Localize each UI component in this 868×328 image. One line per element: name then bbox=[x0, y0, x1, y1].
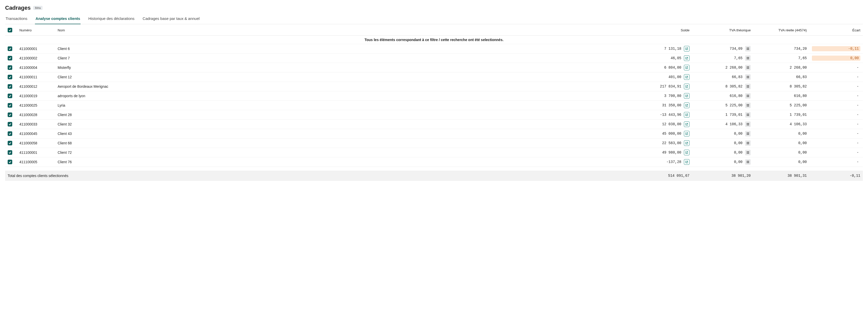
table-row[interactable]: 411000019aéroports de lyon3 700,80616,80… bbox=[5, 91, 863, 101]
cell-numero: 411000028 bbox=[17, 110, 55, 120]
select-all-checkbox[interactable] bbox=[8, 28, 12, 32]
svg-rect-7 bbox=[748, 58, 749, 59]
col-header-nom[interactable]: Nom bbox=[55, 24, 628, 36]
open-external-icon[interactable] bbox=[684, 150, 689, 155]
row-checkbox[interactable] bbox=[8, 150, 12, 155]
calculator-icon[interactable] bbox=[745, 84, 751, 89]
row-checkbox[interactable] bbox=[8, 160, 12, 164]
open-external-icon[interactable] bbox=[684, 74, 689, 80]
calculator-icon[interactable] bbox=[745, 65, 751, 70]
table-row[interactable]: 411000012Aeroport de Bordeaux Merignac21… bbox=[5, 82, 863, 91]
open-external-icon[interactable] bbox=[684, 55, 689, 61]
tabs-bar: TransactionsAnalyse comptes clientsHisto… bbox=[5, 14, 863, 24]
cell-tva-reelle: 0,00 bbox=[753, 129, 809, 139]
col-header-numero[interactable]: Numéro bbox=[17, 24, 55, 36]
svg-rect-29 bbox=[748, 114, 749, 115]
table-row[interactable]: 411100001Client 7249 980,000,000,00- bbox=[5, 148, 863, 157]
row-checkbox[interactable] bbox=[8, 47, 12, 51]
svg-rect-9 bbox=[748, 66, 749, 68]
calculator-icon[interactable] bbox=[745, 150, 751, 155]
row-checkbox[interactable] bbox=[8, 103, 12, 108]
table-row[interactable]: 411100005Client 76-137,280,000,00- bbox=[5, 157, 863, 167]
svg-rect-26 bbox=[747, 106, 748, 107]
table-row[interactable]: 411000001Client 67 131,18734,09734,20-0,… bbox=[5, 44, 863, 54]
table-row[interactable]: 411000033Client 3212 038,004 106,334 106… bbox=[5, 120, 863, 129]
row-checkbox[interactable] bbox=[8, 75, 12, 79]
row-checkbox[interactable] bbox=[8, 94, 12, 98]
calculator-icon[interactable] bbox=[745, 74, 751, 80]
svg-rect-35 bbox=[748, 124, 749, 125]
cell-numero: 411000001 bbox=[17, 44, 55, 54]
svg-rect-36 bbox=[747, 132, 748, 133]
cell-tva-reelle: 8 305,82 bbox=[753, 82, 809, 91]
row-checkbox[interactable] bbox=[8, 65, 12, 70]
calculator-icon[interactable] bbox=[745, 121, 751, 127]
row-checkbox[interactable] bbox=[8, 131, 12, 136]
svg-rect-34 bbox=[747, 124, 748, 125]
table-row[interactable]: 411000004Misterfly6 804,002 268,002 268,… bbox=[5, 63, 863, 72]
table-row[interactable]: 411000045Client 4345 000,000,000,00- bbox=[5, 129, 863, 139]
cell-tva-reelle: 7,65 bbox=[753, 54, 809, 63]
cell-numero: 411000045 bbox=[17, 129, 55, 139]
svg-rect-46 bbox=[747, 153, 748, 154]
open-external-icon[interactable] bbox=[684, 112, 689, 118]
cell-ecart: - bbox=[809, 91, 863, 101]
row-checkbox[interactable] bbox=[8, 113, 12, 117]
calculator-icon[interactable] bbox=[745, 140, 751, 146]
row-checkbox[interactable] bbox=[8, 141, 12, 145]
cell-solde: -137,28 bbox=[666, 160, 681, 164]
row-checkbox[interactable] bbox=[8, 56, 12, 60]
calculator-icon[interactable] bbox=[745, 112, 751, 118]
table-row[interactable]: 411000028Client 28-13 443,961 739,011 73… bbox=[5, 110, 863, 120]
svg-rect-25 bbox=[748, 104, 749, 105]
cell-tva-reelle: 1 739,01 bbox=[753, 110, 809, 120]
cell-tva-theorique: 4 106,33 bbox=[725, 122, 743, 126]
open-external-icon[interactable] bbox=[684, 131, 689, 137]
col-header-tva-reelle[interactable]: TVA réelle (44574) bbox=[753, 24, 809, 36]
table-row[interactable]: 411000011Client 12401,0066,8366,83- bbox=[5, 72, 863, 82]
row-checkbox[interactable] bbox=[8, 84, 12, 89]
cell-ecart: - bbox=[809, 110, 863, 120]
table-row[interactable]: 411000025Lyria31 350,005 225,005 225,00- bbox=[5, 101, 863, 110]
open-external-icon[interactable] bbox=[684, 46, 689, 52]
open-external-icon[interactable] bbox=[684, 102, 689, 108]
cell-tva-theorique: 734,09 bbox=[730, 47, 743, 51]
cell-numero: 411000025 bbox=[17, 101, 55, 110]
tab-historique-des-d-clarations[interactable]: Historique des déclarations bbox=[88, 14, 135, 24]
open-external-icon[interactable] bbox=[684, 93, 689, 99]
calculator-icon[interactable] bbox=[745, 131, 751, 137]
open-external-icon[interactable] bbox=[684, 121, 689, 127]
open-external-icon[interactable] bbox=[684, 84, 689, 89]
svg-rect-31 bbox=[748, 115, 749, 116]
tab-transactions[interactable]: Transactions bbox=[5, 14, 28, 24]
cell-tva-theorique: 2 268,00 bbox=[725, 65, 743, 70]
cell-solde: 217 834,91 bbox=[660, 84, 681, 89]
col-header-solde[interactable]: Solde bbox=[628, 24, 692, 36]
open-external-icon[interactable] bbox=[684, 140, 689, 146]
cell-tva-reelle: 0,00 bbox=[753, 148, 809, 157]
tab-cadrages-base-par-taux-annuel[interactable]: Cadrages base par taux & annuel bbox=[142, 14, 200, 24]
cell-ecart: - bbox=[809, 120, 863, 129]
cell-numero: 411000002 bbox=[17, 54, 55, 63]
row-checkbox[interactable] bbox=[8, 122, 12, 126]
calculator-icon[interactable] bbox=[745, 159, 751, 165]
open-external-icon[interactable] bbox=[684, 65, 689, 70]
table-row[interactable]: 411000002Client 746,057,657,650,00 bbox=[5, 54, 863, 63]
calculator-icon[interactable] bbox=[745, 93, 751, 99]
calculator-icon[interactable] bbox=[745, 46, 751, 52]
cell-tva-reelle: 734,20 bbox=[753, 44, 809, 54]
tab-analyse-comptes-clients[interactable]: Analyse comptes clients bbox=[35, 14, 81, 24]
cell-tva-theorique: 1 739,01 bbox=[725, 113, 743, 117]
cell-nom: Client 12 bbox=[55, 72, 628, 82]
calculator-icon[interactable] bbox=[745, 102, 751, 108]
cell-solde: 3 700,80 bbox=[664, 94, 681, 98]
svg-rect-6 bbox=[747, 58, 748, 59]
calculator-icon[interactable] bbox=[745, 55, 751, 61]
cell-tva-reelle: 0,00 bbox=[753, 157, 809, 167]
col-header-tva-theorique[interactable]: TVA théorique bbox=[692, 24, 753, 36]
open-external-icon[interactable] bbox=[684, 159, 689, 165]
col-header-ecart[interactable]: Écart bbox=[809, 24, 863, 36]
table-row[interactable]: 411000058Client 6822 583,000,000,00- bbox=[5, 139, 863, 148]
svg-rect-48 bbox=[747, 161, 748, 162]
svg-rect-37 bbox=[748, 132, 749, 133]
